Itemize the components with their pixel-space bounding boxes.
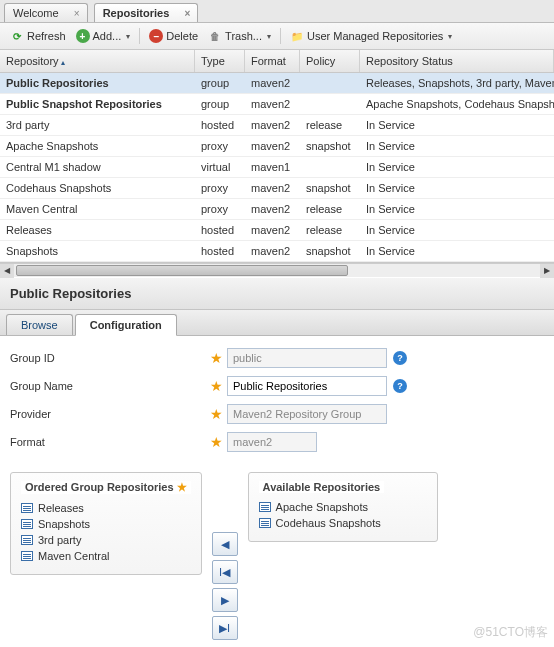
tab-label: Repositories [103, 7, 170, 19]
required-icon: ★ [210, 378, 223, 394]
list-item[interactable]: Releases [21, 500, 191, 516]
tab-welcome[interactable]: Welcome × [4, 3, 88, 22]
format-label: Format [10, 436, 210, 448]
table-row[interactable]: Maven Centralproxymaven2releaseIn Servic… [0, 199, 554, 220]
col-type[interactable]: Type [195, 50, 245, 72]
close-icon[interactable]: × [181, 8, 193, 20]
repo-icon [21, 519, 33, 529]
separator [280, 28, 281, 44]
col-status[interactable]: Repository Status [360, 50, 554, 72]
delete-icon: – [149, 29, 163, 43]
move-left-button[interactable]: ◀ [212, 532, 238, 556]
main-tabs: Welcome × Repositories × [0, 0, 554, 23]
group-name-field[interactable] [227, 376, 387, 396]
horizontal-scrollbar[interactable]: ◀ ▶ [0, 263, 554, 277]
col-format[interactable]: Format [245, 50, 300, 72]
delete-button[interactable]: –Delete [145, 27, 202, 45]
add-icon: + [76, 29, 90, 43]
required-icon: ★ [177, 481, 187, 493]
required-icon: ★ [210, 350, 223, 366]
col-policy[interactable]: Policy [300, 50, 360, 72]
watermark: @51CTO博客 [473, 624, 548, 641]
ordered-repositories: Ordered Group Repositories ★ ReleasesSna… [10, 472, 202, 575]
detail-title: Public Repositories [0, 277, 554, 310]
scroll-thumb[interactable] [16, 265, 348, 276]
close-icon[interactable]: × [71, 8, 83, 20]
list-item[interactable]: Codehaus Snapshots [259, 515, 427, 531]
table-row[interactable]: Central M1 shadowvirtualmaven1In Service [0, 157, 554, 178]
repo-icon [259, 518, 271, 528]
provider-label: Provider [10, 408, 210, 420]
available-repositories: Available Repositories Apache SnapshotsC… [248, 472, 438, 542]
provider-field[interactable] [227, 404, 387, 424]
scroll-right-icon[interactable]: ▶ [540, 264, 554, 278]
trash-icon: 🗑 [208, 29, 222, 43]
help-icon[interactable]: ? [393, 351, 407, 365]
tab-label: Welcome [13, 7, 59, 19]
repository-lists: Ordered Group Repositories ★ ReleasesSna… [0, 472, 554, 647]
table-row[interactable]: Releaseshostedmaven2releaseIn Service [0, 220, 554, 241]
table-row[interactable]: 3rd partyhostedmaven2releaseIn Service [0, 115, 554, 136]
folder-icon: 📁 [290, 29, 304, 43]
list-item[interactable]: Maven Central [21, 548, 191, 564]
user-managed-button[interactable]: 📁User Managed Repositories [286, 27, 456, 45]
col-repository[interactable]: Repository [0, 50, 195, 72]
format-field[interactable] [227, 432, 317, 452]
repo-icon [259, 502, 271, 512]
move-first-button[interactable]: I◀ [212, 560, 238, 584]
table-row[interactable]: Apache Snapshotsproxymaven2snapshotIn Se… [0, 136, 554, 157]
table-row[interactable]: Public Snapshot Repositoriesgroupmaven2A… [0, 94, 554, 115]
separator [139, 28, 140, 44]
tab-browse[interactable]: Browse [6, 314, 73, 335]
list-item[interactable]: Snapshots [21, 516, 191, 532]
tab-configuration[interactable]: Configuration [75, 314, 177, 336]
repo-icon [21, 535, 33, 545]
repo-icon [21, 551, 33, 561]
move-last-button[interactable]: ▶I [212, 616, 238, 640]
refresh-button[interactable]: ⟳Refresh [6, 27, 70, 45]
config-form: Group ID ★ ? Group Name ★ ? Provider ★ F… [0, 336, 554, 472]
refresh-icon: ⟳ [10, 29, 24, 43]
move-right-button[interactable]: ▶ [212, 588, 238, 612]
tab-repositories[interactable]: Repositories × [94, 3, 199, 22]
table-row[interactable]: Codehaus Snapshotsproxymaven2snapshotIn … [0, 178, 554, 199]
required-icon: ★ [210, 406, 223, 422]
move-buttons: ◀ I◀ ▶ ▶I [212, 532, 238, 640]
group-name-label: Group Name [10, 380, 210, 392]
group-id-label: Group ID [10, 352, 210, 364]
grid-header: Repository Type Format Policy Repository… [0, 50, 554, 73]
detail-tabs: Browse Configuration [0, 310, 554, 336]
table-row[interactable]: Snapshotshostedmaven2snapshotIn Service [0, 241, 554, 262]
required-icon: ★ [210, 434, 223, 450]
scroll-left-icon[interactable]: ◀ [0, 264, 14, 278]
group-id-field[interactable] [227, 348, 387, 368]
add-button[interactable]: +Add... [72, 27, 135, 45]
repository-grid: Repository Type Format Policy Repository… [0, 50, 554, 263]
help-icon[interactable]: ? [393, 379, 407, 393]
repo-icon [21, 503, 33, 513]
toolbar: ⟳Refresh +Add... –Delete 🗑Trash... 📁User… [0, 23, 554, 50]
list-item[interactable]: 3rd party [21, 532, 191, 548]
list-item[interactable]: Apache Snapshots [259, 499, 427, 515]
trash-button[interactable]: 🗑Trash... [204, 27, 275, 45]
table-row[interactable]: Public Repositoriesgroupmaven2Releases, … [0, 73, 554, 94]
